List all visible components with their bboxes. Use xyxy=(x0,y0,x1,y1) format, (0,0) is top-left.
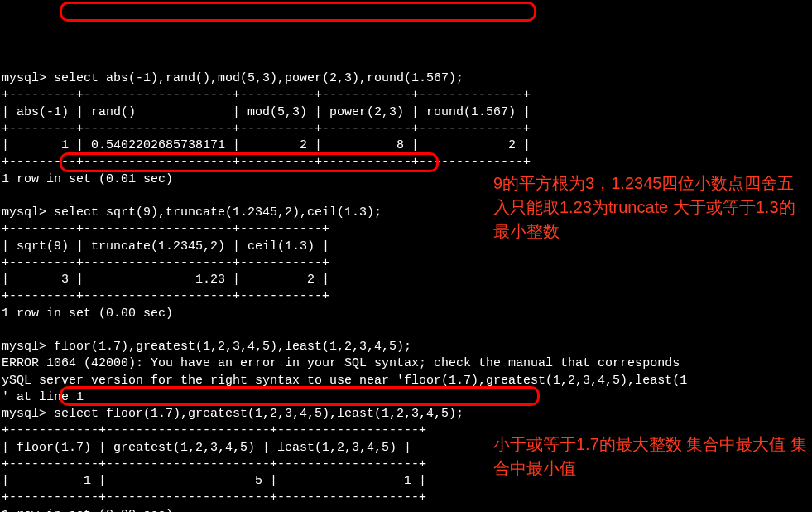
query3-status: 1 row in set (0.00 sec) xyxy=(2,508,173,513)
query1-cmd: select abs(-1),rand(),mod(5,3),power(2,3… xyxy=(46,71,464,85)
query1-data-row: | 1 | 0.5402202685738171 | 2 | 8 | 2 | xyxy=(2,138,531,152)
query2-status: 1 row in set (0.00 sec) xyxy=(2,307,173,321)
query2-sep-mid: +---------+--------------------+--------… xyxy=(2,256,329,270)
query2-sep-top: +---------+--------------------+--------… xyxy=(2,222,329,236)
annotation-floor-greatest-least: 小于或等于1.7的最大整数 集合中最大值 集合中最小值 xyxy=(493,432,808,481)
error-line-1: ERROR 1064 (42000): You have an error in… xyxy=(2,356,687,370)
query2-data-row: | 3 | 1.23 | 2 | xyxy=(2,273,329,287)
highlight-box-query3 xyxy=(60,386,540,406)
error-cmd: floor(1.7),greatest(1,2,3,4,5),least(1,2… xyxy=(46,340,411,354)
error-line-2: ySQL server version for the right syntax… xyxy=(2,374,687,388)
query1-status: 1 row in set (0.01 sec) xyxy=(2,172,173,186)
query2-sep-bot: +---------+--------------------+--------… xyxy=(2,289,329,303)
query3-sep-mid: +------------+----------------------+---… xyxy=(2,457,426,471)
mysql-prompt[interactable]: mysql> xyxy=(2,340,46,354)
query2-cmd: select sqrt(9),truncate(1.2345,2),ceil(1… xyxy=(46,205,382,220)
query3-cmd: select floor(1.7),greatest(1,2,3,4,5),le… xyxy=(46,407,464,421)
query3-sep-top: +------------+----------------------+---… xyxy=(2,423,426,437)
query3-sep-bot: +------------+----------------------+---… xyxy=(2,490,426,505)
query3-data-row: | 1 | 5 | 1 | xyxy=(2,474,426,488)
query1-sep-top: +---------+--------------------+--------… xyxy=(2,88,531,102)
query1-sep-mid: +---------+--------------------+--------… xyxy=(2,122,531,136)
error-line-3: ' at line 1 xyxy=(2,390,84,404)
query2-header-row: | sqrt(9) | truncate(1.2345,2) | ceil(1.… xyxy=(2,239,329,254)
highlight-box-query1 xyxy=(60,2,536,22)
mysql-prompt[interactable]: mysql> xyxy=(2,407,46,421)
mysql-prompt[interactable]: mysql> xyxy=(2,71,46,85)
query1-sep-bot: +---------+--------------------+--------… xyxy=(2,155,531,169)
mysql-prompt[interactable]: mysql> xyxy=(2,205,46,220)
annotation-sqrt-truncate-ceil: 9的平方根为3，1.2345四位小数点四舍五入只能取1.23为truncate … xyxy=(493,171,808,244)
query1-header-row: | abs(-1) | rand() | mod(5,3) | power(2,… xyxy=(2,105,531,119)
query3-header-row: | floor(1.7) | greatest(1,2,3,4,5) | lea… xyxy=(2,441,411,455)
